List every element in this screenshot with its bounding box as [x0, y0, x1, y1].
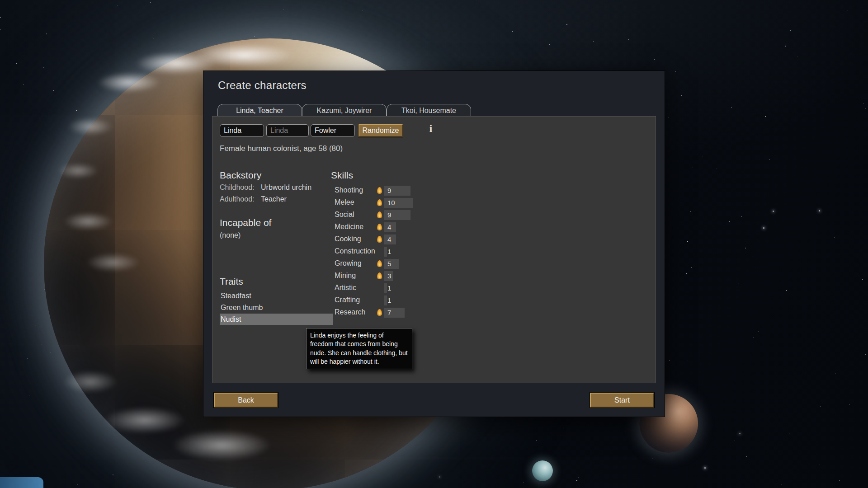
passion-flame-icon	[377, 224, 382, 231]
info-icon[interactable]: i	[427, 123, 435, 135]
star	[51, 352, 51, 353]
star	[687, 241, 688, 242]
skill-row-melee: Melee10	[331, 197, 521, 208]
star	[792, 396, 793, 396]
incapable-value: (none)	[220, 231, 241, 239]
star	[862, 279, 863, 280]
star	[738, 283, 739, 283]
randomize-button[interactable]: Randomize	[359, 124, 403, 137]
cloud	[58, 163, 99, 179]
star	[379, 66, 380, 66]
blue-moon	[532, 460, 553, 481]
trait-tooltip: Linda enjoys the feeling of freedom that…	[306, 328, 412, 369]
passion-flame-icon	[377, 199, 382, 206]
star	[686, 273, 687, 274]
star	[769, 159, 770, 160]
backstory-label: Childhood:	[220, 183, 255, 191]
star	[449, 21, 450, 21]
star	[745, 248, 746, 249]
star	[654, 59, 655, 60]
skill-bar	[384, 247, 387, 257]
star	[153, 38, 154, 38]
skill-name: Research	[335, 308, 365, 316]
star	[530, 2, 530, 2]
star	[753, 337, 754, 338]
star	[865, 354, 866, 355]
skill-level: 7	[387, 309, 391, 316]
dialog-title: Create characters	[218, 79, 307, 92]
star	[760, 124, 760, 124]
nickname-input[interactable]	[266, 124, 309, 137]
star	[689, 7, 689, 7]
trait-green-thumb[interactable]: Green thumb	[220, 302, 333, 313]
passion-flame-icon	[377, 211, 382, 219]
star	[795, 211, 795, 212]
character-tabs: Linda, TeacherKazumi, JoywirerTkoi, Hous…	[217, 104, 471, 116]
cloud	[172, 429, 271, 461]
skill-name: Medicine	[335, 223, 363, 231]
star	[717, 169, 717, 169]
star	[786, 290, 787, 291]
skill-bar	[384, 283, 387, 293]
star	[690, 211, 691, 212]
star	[536, 440, 537, 441]
skill-row-social: Social9	[331, 210, 521, 221]
backstory-label: Adulthood:	[220, 195, 255, 203]
skill-row-research: Research7	[331, 307, 521, 318]
star	[821, 406, 821, 407]
star	[703, 152, 703, 152]
skill-level: 4	[387, 223, 391, 231]
star	[830, 30, 831, 30]
star	[730, 443, 731, 443]
star	[781, 484, 782, 484]
last-name-input[interactable]	[311, 124, 355, 137]
star	[0, 17, 1, 18]
trait-nudist[interactable]: Nudist	[220, 314, 333, 325]
star	[729, 221, 730, 222]
star	[601, 453, 602, 453]
star	[254, 36, 255, 37]
star	[439, 476, 440, 478]
skill-row-crafting: Crafting1	[331, 295, 521, 306]
star	[30, 418, 30, 419]
character-card-panel: Randomize i Female human colonist, age 5…	[212, 116, 656, 383]
star	[578, 478, 579, 478]
tab-kazumi-joywirer[interactable]: Kazumi, Joywirer	[302, 104, 387, 116]
star	[675, 71, 676, 72]
skill-row-cooking: Cooking4	[331, 234, 521, 245]
star	[24, 84, 24, 84]
star	[549, 44, 550, 45]
skill-name: Crafting	[335, 296, 360, 304]
start-button[interactable]: Start	[590, 393, 654, 408]
tab-tkoi-housemate[interactable]: Tkoi, Housemate	[387, 104, 471, 116]
star	[76, 110, 77, 111]
star	[14, 176, 14, 176]
back-button[interactable]: Back	[214, 393, 278, 408]
star	[790, 30, 791, 31]
star	[739, 433, 741, 434]
star	[773, 211, 774, 212]
star	[150, 2, 151, 3]
skill-name: Shooting	[335, 186, 363, 194]
traits-heading: Traits	[220, 276, 243, 287]
star	[819, 210, 820, 211]
star	[781, 38, 781, 38]
cloud	[104, 407, 185, 434]
star	[28, 358, 28, 359]
first-name-input[interactable]	[220, 124, 264, 137]
star	[563, 428, 563, 429]
star	[668, 117, 669, 118]
cloud	[68, 117, 113, 136]
skill-list: Shooting9Melee10Social9Medicine4Cooking4…	[331, 185, 521, 319]
tab-linda-teacher[interactable]: Linda, Teacher	[217, 104, 302, 116]
star	[731, 107, 732, 108]
star	[688, 361, 688, 361]
trait-steadfast[interactable]: Steadfast	[220, 290, 333, 301]
star	[693, 168, 693, 168]
star	[762, 155, 762, 155]
star	[863, 103, 864, 103]
skill-level: 1	[387, 248, 391, 255]
skill-level: 5	[387, 260, 391, 267]
skill-name: Artistic	[335, 284, 356, 292]
star	[834, 237, 835, 238]
